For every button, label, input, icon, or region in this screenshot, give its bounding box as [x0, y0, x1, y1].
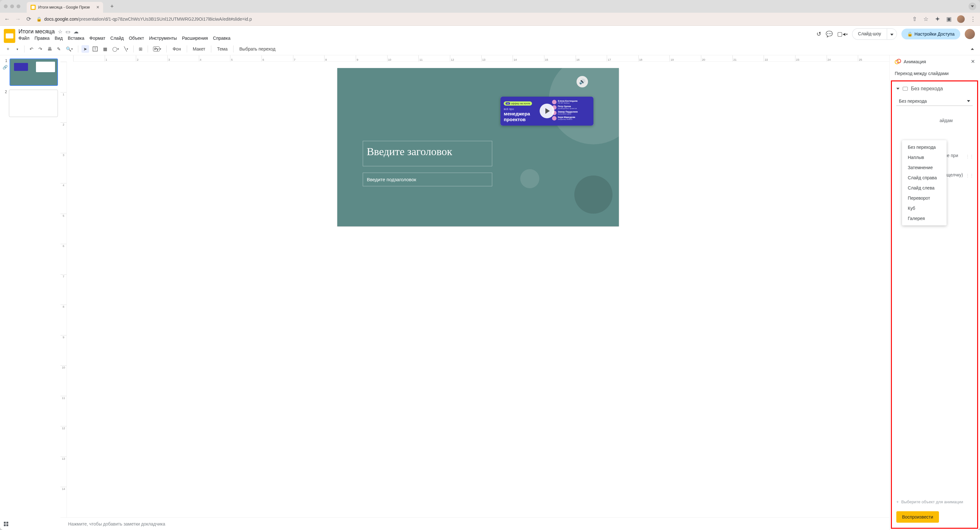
slide-canvas-area[interactable]: 🔊 •••оффер на почте всё про менеджера пр… — [67, 62, 889, 517]
print-button[interactable]: 🖶 — [46, 45, 54, 53]
window-max[interactable] — [16, 5, 21, 8]
notes-placeholder: Нажмите, чтобы добавить заметки докладчи… — [68, 521, 165, 527]
nav-forward-button[interactable]: → — [14, 16, 21, 22]
person-row: Елена КостицынаHR BP Skillbox — [552, 100, 590, 104]
menu-slide[interactable]: Слайд — [110, 36, 124, 41]
speaker-notes[interactable]: Нажмите, чтобы добавить заметки докладчи… — [60, 517, 889, 530]
transition-option[interactable]: Куб — [902, 203, 947, 213]
bookmark-icon[interactable]: ☆ — [923, 16, 929, 22]
play-icon[interactable] — [539, 104, 554, 118]
account-avatar[interactable] — [965, 29, 975, 39]
meet-icon[interactable]: ▢◂ ▾ — [837, 30, 848, 38]
browser-tab[interactable]: Итоги месяца - Google Презе × — [27, 2, 103, 13]
ruler-horizontal: 1234567891011121314151617181920212223242… — [73, 56, 889, 62]
profile-avatar[interactable] — [957, 15, 965, 23]
slide-thumbnail-1[interactable] — [10, 59, 58, 86]
tabs-overflow-button[interactable] — [969, 3, 976, 10]
cloud-status-icon[interactable]: ☁ — [73, 29, 79, 35]
add-anim-label: Выберите объект для анимации — [901, 500, 963, 504]
transition-option[interactable]: Наплыв — [902, 152, 947, 162]
transition-option[interactable]: Слайд справа — [902, 173, 947, 183]
transition-option[interactable]: Переворот — [902, 193, 947, 203]
transition-option[interactable]: Слайд слева — [902, 183, 947, 193]
title-text: Введите заголовок — [367, 146, 488, 158]
audio-icon[interactable]: 🔊 — [576, 76, 588, 87]
transition-row[interactable]: Без перехода — [894, 83, 975, 94]
slide[interactable]: 🔊 •••оффер на почте всё про менеджера пр… — [337, 68, 619, 226]
slideshow-dropdown[interactable] — [887, 28, 897, 40]
highlight-box: Без перехода Без перехода айдам ение при… — [891, 81, 978, 529]
url-host: docs.google.com — [44, 16, 78, 22]
textbox-tool[interactable]: T — [91, 45, 100, 53]
transition-option[interactable]: Галерея — [902, 213, 947, 224]
shape-tool[interactable]: ◯ ▾ — [110, 45, 121, 53]
transition-option[interactable]: Затемнение — [902, 162, 947, 173]
slide-number: 2 — [3, 90, 7, 117]
video-object[interactable]: •••оффер на почте всё про менеджера прое… — [501, 97, 593, 125]
line-tool[interactable]: ╲ ▾ — [122, 45, 130, 53]
transition-button[interactable]: Выбрать переход — [237, 45, 278, 53]
docs-header: Итоги месяца ☆ ▭ ☁ Файл Правка Вид Встав… — [0, 26, 980, 43]
slide-icon — [903, 87, 908, 90]
slideshow-button[interactable]: Слайд-шоу — [852, 28, 887, 40]
collapse-toolbar-button[interactable] — [969, 47, 976, 51]
script-tool[interactable]: Py ▾ — [151, 45, 163, 53]
layout-button[interactable]: Макет — [190, 45, 208, 53]
zoom-button[interactable]: 🔍 ▾ — [64, 45, 75, 53]
theme-button[interactable]: Тема — [215, 45, 230, 53]
comments-icon[interactable]: 💬 — [826, 30, 833, 38]
tab-close-icon[interactable]: × — [96, 5, 99, 10]
new-slide-button[interactable]: ＋ — [4, 45, 12, 53]
explore-button[interactable] — [4, 519, 8, 526]
drag-handle-icon[interactable]: ⋮⋮ — [966, 154, 974, 159]
add-animation-row[interactable]: + Выберите объект для анимации — [894, 497, 975, 507]
person-name: Петр Орлов — [558, 105, 576, 108]
menu-file[interactable]: Файл — [19, 36, 29, 41]
menu-insert[interactable]: Вставка — [68, 36, 84, 41]
menu-extensions[interactable]: Расширения — [182, 36, 208, 41]
paint-format-button[interactable]: ✎ — [55, 45, 63, 53]
menu-edit[interactable]: Правка — [34, 36, 49, 41]
doc-title[interactable]: Итоги месяца — [19, 28, 55, 35]
new-tab-button[interactable]: + — [108, 2, 116, 11]
image-tool[interactable]: ▦ — [101, 45, 109, 53]
slides-logo-icon[interactable] — [4, 29, 15, 43]
extensions-icon[interactable]: ✦ — [934, 16, 940, 22]
sidepanel-icon[interactable]: ▣ — [946, 16, 952, 22]
redo-button[interactable]: ↷ — [37, 45, 44, 53]
menu-object[interactable]: Объект — [129, 36, 144, 41]
background-button[interactable]: Фон — [170, 45, 183, 53]
ruler-vertical: 1234567891011121314 — [60, 62, 67, 517]
menu-tools[interactable]: Инструменты — [149, 36, 177, 41]
comment-tool[interactable]: ⊞ — [137, 45, 145, 53]
transition-dropdown[interactable]: Без перехода — [896, 97, 973, 106]
history-icon[interactable]: ↺ — [816, 30, 821, 38]
menu-format[interactable]: Формат — [89, 36, 105, 41]
new-slide-dropdown[interactable]: ▾ — [13, 46, 21, 52]
video-main2: проектов — [504, 117, 549, 122]
play-button[interactable]: Воспроизвести — [896, 511, 939, 523]
subtitle-placeholder[interactable]: Введите подзаголовок — [363, 173, 492, 186]
transition-option[interactable]: Без перехода — [902, 142, 947, 152]
menu-view[interactable]: Вид — [55, 36, 63, 41]
url-field[interactable]: 🔒 docs.google.com/presentation/d/1-qp78z… — [36, 16, 907, 22]
drag-handle-icon[interactable]: ⋮⋮ — [966, 173, 974, 178]
window-min[interactable] — [10, 5, 14, 8]
slide-thumbnail-2[interactable] — [9, 90, 58, 117]
undo-button[interactable]: ↶ — [28, 45, 35, 53]
share-url-icon[interactable]: ⇧ — [911, 16, 918, 22]
nav-reload-button[interactable]: ⟳ — [25, 16, 32, 22]
move-folder-icon[interactable]: ▭ — [65, 29, 70, 35]
select-tool[interactable]: ➤ — [81, 45, 89, 53]
person-role: выпускник курса — [558, 113, 578, 115]
close-panel-button[interactable]: ✕ — [971, 59, 975, 65]
star-icon[interactable]: ☆ — [58, 29, 62, 35]
browser-tab-bar: Итоги месяца - Google Презе × + — [0, 0, 980, 13]
browser-menu-icon[interactable]: ⋮ — [970, 16, 976, 22]
window-close[interactable] — [4, 5, 8, 8]
nav-back-button[interactable]: ← — [4, 16, 10, 22]
lock-icon: 🔒 — [907, 32, 913, 36]
menu-help[interactable]: Справка — [213, 36, 231, 41]
share-button[interactable]: 🔒 Настройки Доступа — [901, 29, 960, 40]
title-placeholder[interactable]: Введите заголовок — [363, 141, 492, 166]
